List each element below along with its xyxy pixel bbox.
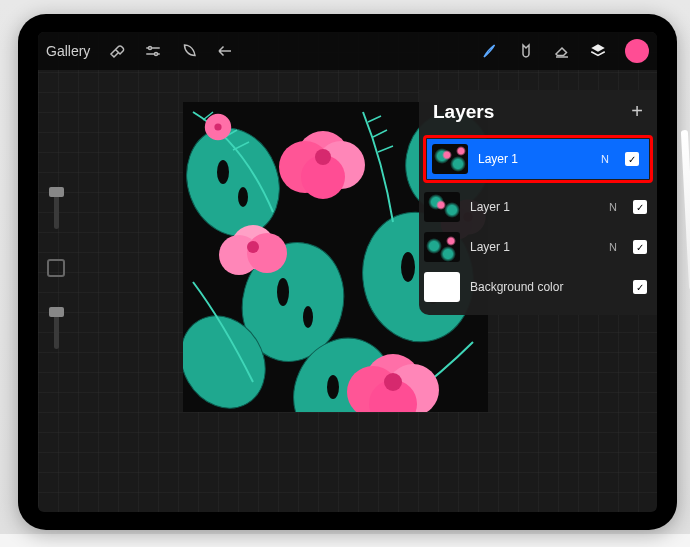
layer-visibility-checkbox[interactable]: ✓: [633, 240, 647, 254]
toolbar-right-group: [481, 39, 649, 63]
layer-name-label: Background color: [470, 280, 607, 294]
svg-point-2: [183, 115, 294, 249]
blend-mode-label[interactable]: N: [609, 201, 617, 213]
svg-point-12: [401, 252, 415, 282]
gallery-button[interactable]: Gallery: [46, 43, 90, 59]
ipad-device-frame: Gallery: [18, 14, 677, 530]
side-tool-rail: [44, 187, 68, 349]
slider-thumb[interactable]: [49, 307, 64, 317]
layers-panel: Layers + Layer 1 N ✓: [419, 90, 657, 315]
top-toolbar: Gallery: [38, 32, 657, 70]
layer-row[interactable]: Background color ✓: [419, 267, 657, 307]
layer-thumbnail[interactable]: [424, 232, 460, 262]
layer-visibility-checkbox[interactable]: ✓: [625, 152, 639, 166]
layer-row[interactable]: Layer 1 N ✓: [419, 187, 657, 227]
layers-panel-title: Layers: [433, 101, 494, 123]
brush-opacity-slider[interactable]: [54, 307, 59, 349]
layer-visibility-checkbox[interactable]: ✓: [633, 280, 647, 294]
color-picker-swatch[interactable]: [625, 39, 649, 63]
app-screen: Gallery: [38, 32, 657, 512]
blend-mode-label[interactable]: N: [609, 241, 617, 253]
layer-thumbnail[interactable]: [424, 272, 460, 302]
svg-point-9: [238, 187, 248, 207]
adjustments-icon[interactable]: [144, 42, 162, 60]
wrench-icon[interactable]: [108, 42, 126, 60]
add-layer-button[interactable]: +: [631, 100, 643, 123]
brush-icon[interactable]: [481, 42, 499, 60]
layers-icon[interactable]: [589, 42, 607, 60]
svg-point-35: [384, 373, 402, 391]
layers-panel-header: Layers +: [419, 90, 657, 135]
layer-visibility-checkbox[interactable]: ✓: [633, 200, 647, 214]
svg-point-1: [155, 53, 158, 56]
svg-point-40: [214, 123, 221, 130]
modify-button[interactable]: [47, 259, 65, 277]
svg-point-11: [303, 306, 313, 328]
layer-thumbnail[interactable]: [432, 144, 468, 174]
brush-size-slider[interactable]: [54, 187, 59, 229]
slider-thumb[interactable]: [49, 187, 64, 197]
svg-line-20: [373, 130, 387, 137]
layer-row[interactable]: Layer 1 N ✓: [419, 227, 657, 267]
svg-line-19: [368, 116, 381, 122]
svg-line-21: [378, 146, 393, 152]
svg-point-8: [217, 160, 229, 184]
svg-point-30: [247, 241, 259, 253]
svg-point-10: [277, 278, 289, 306]
tutorial-highlight-frame: Layer 1 N ✓: [423, 135, 653, 183]
layer-name-label: Layer 1: [470, 240, 599, 254]
svg-point-26: [315, 149, 331, 165]
selection-icon[interactable]: [180, 42, 198, 60]
blend-mode-label[interactable]: N: [601, 153, 609, 165]
toolbar-left-group: Gallery: [46, 42, 234, 60]
svg-point-14: [327, 375, 339, 399]
svg-point-0: [149, 47, 152, 50]
smudge-icon[interactable]: [517, 42, 535, 60]
layer-row[interactable]: Layer 1 N ✓: [427, 139, 649, 179]
eraser-icon[interactable]: [553, 42, 571, 60]
layer-name-label: Layer 1: [478, 152, 591, 166]
layer-thumbnail[interactable]: [424, 192, 460, 222]
layer-name-label: Layer 1: [470, 200, 599, 214]
transform-icon[interactable]: [216, 42, 234, 60]
